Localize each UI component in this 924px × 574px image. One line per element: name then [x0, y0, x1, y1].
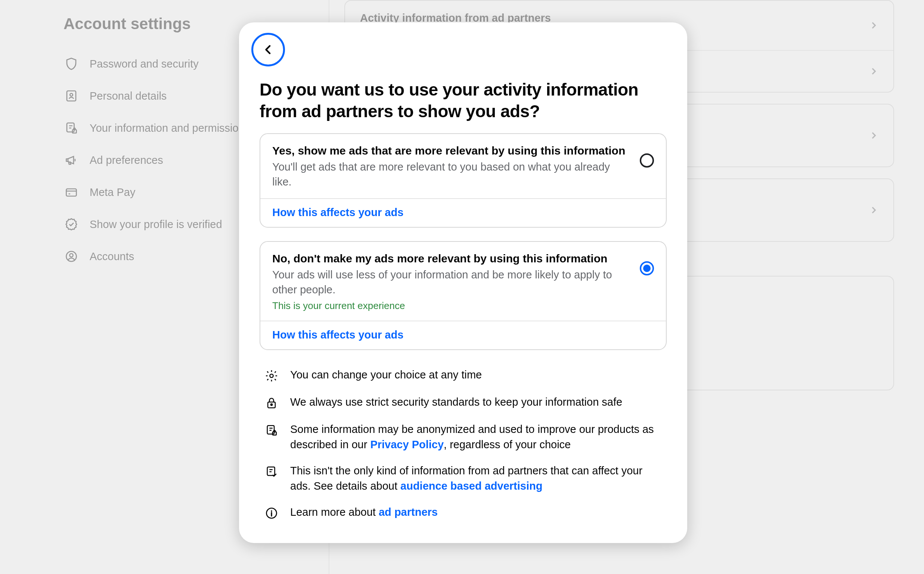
info-item-text: Learn more about ad partners: [290, 505, 438, 520]
option-title: Yes, show me ads that are more relevant …: [272, 144, 628, 157]
info-item-audience: This isn't the only kind of information …: [264, 463, 662, 494]
option-link-wrapper: How this affects your ads: [260, 199, 666, 227]
ad-partners-modal: Do you want us to use your activity info…: [239, 22, 687, 543]
how-affects-link[interactable]: How this affects your ads: [272, 329, 403, 341]
svg-rect-10: [267, 426, 274, 434]
info-item-change: You can change your choice at any time: [264, 367, 662, 383]
option-sub: You'll get ads that are more relevant to…: [272, 159, 628, 189]
info-item-text: This isn't the only kind of information …: [290, 463, 662, 494]
document-shield-icon: [264, 423, 279, 438]
info-item-security: We always use strict security standards …: [264, 394, 662, 410]
option-sub: Your ads will use less of your informati…: [272, 267, 628, 297]
svg-point-7: [270, 374, 274, 378]
info-list: You can change your choice at any time W…: [259, 364, 667, 520]
info-item-text: We always use strict security standards …: [290, 394, 622, 410]
chevron-left-icon: [262, 43, 275, 56]
lock-icon: [264, 396, 279, 410]
option-link-wrapper: How this affects your ads: [260, 321, 666, 349]
option-title: No, don't make my ads more relevant by u…: [272, 252, 628, 265]
how-affects-link[interactable]: How this affects your ads: [272, 207, 403, 218]
svg-point-9: [271, 404, 272, 405]
audience-ads-link[interactable]: audience based advertising: [400, 480, 542, 492]
option-card-no: No, don't make my ads more relevant by u…: [259, 241, 667, 350]
info-item-anonymized: Some information may be anonymized and u…: [264, 422, 662, 452]
radio-no[interactable]: [640, 261, 654, 276]
modal-title: Do you want us to use your activity info…: [259, 79, 667, 122]
ad-partners-link[interactable]: ad partners: [379, 506, 438, 518]
option-no[interactable]: No, don't make my ads more relevant by u…: [260, 242, 666, 321]
info-item-learn-more: Learn more about ad partners: [264, 505, 662, 520]
gear-icon: [264, 368, 279, 383]
info-icon: [264, 506, 279, 520]
info-item-text: Some information may be anonymized and u…: [290, 422, 662, 452]
back-button[interactable]: [252, 33, 285, 66]
svg-rect-12: [267, 467, 275, 476]
radio-yes[interactable]: [640, 153, 654, 167]
document-check-icon: [264, 464, 279, 479]
option-card-yes: Yes, show me ads that are more relevant …: [259, 133, 667, 228]
option-yes[interactable]: Yes, show me ads that are more relevant …: [260, 134, 666, 199]
current-experience-label: This is your current experience: [272, 300, 628, 312]
info-item-text: You can change your choice at any time: [290, 367, 482, 383]
privacy-policy-link[interactable]: Privacy Policy: [370, 438, 444, 451]
